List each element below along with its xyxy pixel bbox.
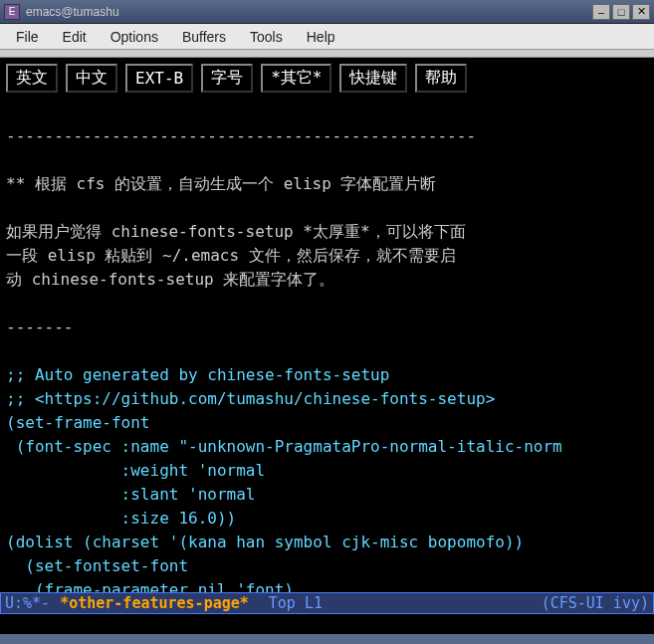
paragraph: 如果用户觉得 chinese-fonts-setup *太厚重*，可以将下面 一… [6, 222, 466, 289]
menu-tools[interactable]: Tools [238, 26, 295, 48]
window-border [0, 634, 654, 644]
toolbar-strip [0, 50, 654, 58]
menu-options[interactable]: Options [99, 26, 170, 48]
buffer-content[interactable]: 英文 中文 EXT-B 字号 *其它* 快捷键 帮助 -------------… [0, 58, 654, 592]
button-help[interactable]: 帮助 [415, 64, 467, 93]
maximize-button[interactable]: □ [612, 4, 630, 20]
app-icon: E [4, 4, 20, 20]
window-title: emacs@tumashu [26, 5, 592, 19]
modeline-position: Top L1 [269, 594, 323, 612]
titlebar[interactable]: E emacs@tumashu – □ ✕ [0, 0, 654, 24]
button-fontsize[interactable]: 字号 [201, 64, 253, 93]
button-extb[interactable]: EXT-B [125, 64, 193, 93]
button-row: 英文 中文 EXT-B 字号 *其它* 快捷键 帮助 [6, 64, 648, 93]
close-button[interactable]: ✕ [632, 4, 650, 20]
menu-file[interactable]: File [4, 26, 51, 48]
minimize-button[interactable]: – [592, 4, 610, 20]
modeline-buffer: *other-features-page* [50, 594, 269, 612]
menu-help[interactable]: Help [295, 26, 347, 48]
modeline-status: U:%*- [5, 594, 50, 612]
modeline-mode: (CFS-UI ivy) [542, 594, 649, 612]
button-other[interactable]: *其它* [261, 64, 331, 93]
hr2: ------- [6, 318, 73, 336]
menu-edit[interactable]: Edit [51, 26, 99, 48]
elisp-code: ;; Auto generated by chinese-fonts-setup… [6, 365, 562, 592]
section-heading: ** 根据 cfs 的设置，自动生成一个 elisp 字体配置片断 [6, 174, 437, 193]
modeline[interactable]: U:%*- *other-features-page* Top L1 (CFS-… [0, 592, 654, 614]
button-english[interactable]: 英文 [6, 64, 58, 93]
button-shortcut[interactable]: 快捷键 [339, 64, 407, 93]
hr1: ----------------------------------------… [6, 126, 476, 145]
menu-buffers[interactable]: Buffers [170, 26, 238, 48]
menubar: File Edit Options Buffers Tools Help [0, 24, 654, 50]
minibuffer[interactable] [0, 614, 654, 634]
button-chinese[interactable]: 中文 [66, 64, 117, 93]
